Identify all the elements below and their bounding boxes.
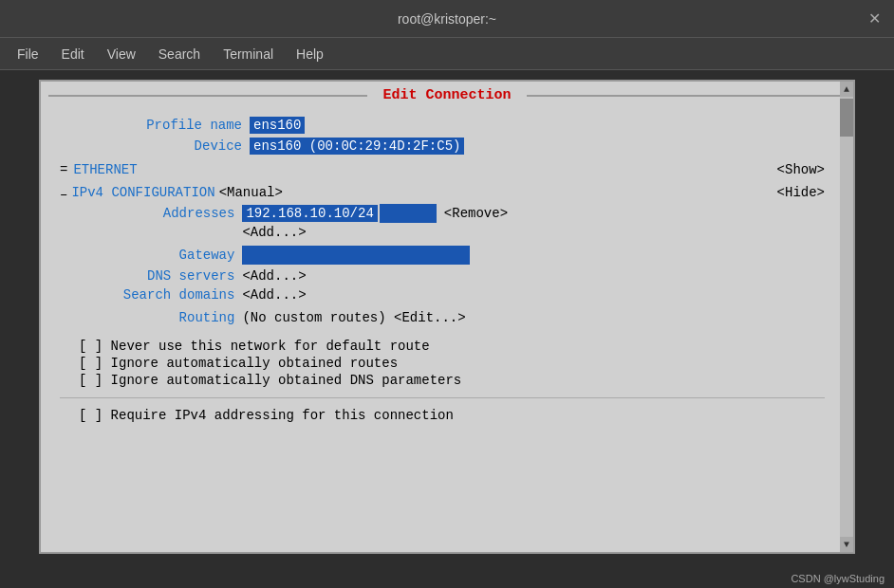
routing-row: Routing (No custom routes) <Edit...> — [71, 310, 825, 325]
ipv4-section: – IPv4 CONFIGURATION <Manual> <Hide> Add… — [60, 185, 825, 333]
window-title: root@kristoper:~ — [398, 11, 496, 27]
scroll-down-arrow[interactable]: ▼ — [840, 537, 853, 552]
remove-btn[interactable]: <Remove> — [444, 206, 508, 221]
ipv4-mode[interactable]: <Manual> — [219, 185, 283, 200]
routing-label: Routing — [71, 310, 242, 325]
ipv4-marker: – — [60, 187, 67, 202]
dns-label: DNS servers — [71, 268, 242, 284]
ethernet-section: = ETHERNET <Show> — [60, 162, 825, 177]
gateway-field[interactable] — [242, 246, 470, 265]
search-domains-label: Search domains — [71, 287, 242, 303]
dns-row: DNS servers <Add...> — [71, 268, 825, 284]
require-ipv4-row[interactable]: [ ] Require IPv4 addressing for this con… — [79, 408, 825, 423]
dialog-title: Edit Connection — [375, 87, 518, 103]
profile-name-row: Profile name ens160 — [60, 117, 825, 134]
dns-add-btn[interactable]: <Add...> — [242, 268, 306, 284]
device-row: Device ens160 (00:0C:29:4D:2F:C5) — [60, 138, 825, 155]
gateway-row: Gateway — [71, 246, 825, 265]
title-line-right — [527, 95, 846, 97]
menu-help[interactable]: Help — [287, 43, 333, 65]
addresses-label: Addresses — [71, 206, 242, 221]
ethernet-show-btn[interactable]: <Show> — [777, 162, 825, 177]
ethernet-label: ETHERNET — [73, 162, 137, 177]
scroll-up-arrow[interactable]: ▲ — [840, 82, 853, 97]
menu-bar: File Edit View Search Terminal Help — [0, 38, 894, 70]
scrollbar[interactable]: ▲ ▼ — [840, 82, 853, 552]
gateway-label: Gateway — [71, 248, 242, 263]
menu-view[interactable]: View — [98, 43, 145, 65]
scroll-thumb[interactable] — [840, 99, 853, 137]
ipv4-header-row: IPv4 CONFIGURATION <Manual> <Hide> — [71, 185, 825, 200]
dialog-title-bar: Edit Connection — [41, 82, 853, 109]
address-value[interactable]: 192.168.10.10/24 — [242, 205, 377, 222]
search-domains-row: Search domains <Add...> — [71, 287, 825, 303]
routing-value[interactable]: (No custom routes) <Edit...> — [242, 310, 465, 325]
checkbox-row-2[interactable]: [ ] Ignore automatically obtained routes — [79, 356, 825, 371]
terminal-area: Edit Connection ▲ ▼ Profile name ens160 … — [0, 70, 894, 588]
menu-file[interactable]: File — [8, 43, 48, 65]
title-line-left — [48, 95, 367, 97]
add-btn[interactable]: <Add...> — [242, 225, 306, 240]
search-domains-add-btn[interactable]: <Add...> — [242, 287, 306, 303]
title-bar: root@kristoper:~ ✕ — [0, 0, 894, 38]
section-divider — [60, 397, 825, 398]
watermark: CSDN @lywStuding — [791, 573, 885, 584]
checkbox-2-text: [ ] Ignore automatically obtained routes — [79, 356, 398, 371]
menu-edit[interactable]: Edit — [52, 43, 94, 65]
edit-connection-dialog: Edit Connection ▲ ▼ Profile name ens160 … — [39, 80, 855, 554]
close-button[interactable]: ✕ — [866, 10, 883, 28]
device-value[interactable]: ens160 (00:0C:29:4D:2F:C5) — [250, 138, 464, 155]
ethernet-marker: = — [60, 162, 67, 177]
require-ipv4-text: [ ] Require IPv4 addressing for this con… — [79, 408, 454, 423]
checkbox-row-3[interactable]: [ ] Ignore automatically obtained DNS pa… — [79, 373, 825, 388]
checkbox-row-1[interactable]: [ ] Never use this network for default r… — [79, 339, 825, 354]
checkbox-3-text: [ ] Ignore automatically obtained DNS pa… — [79, 373, 461, 388]
profile-name-label: Profile name — [60, 118, 250, 133]
addresses-row: Addresses 192.168.10.10/24 <Remove> — [71, 204, 825, 223]
add-row: <Add...> — [71, 225, 825, 240]
profile-name-value[interactable]: ens160 — [250, 117, 305, 134]
address-extra-field[interactable] — [380, 204, 437, 223]
checkbox-1-text: [ ] Never use this network for default r… — [79, 339, 430, 354]
ipv4-content: IPv4 CONFIGURATION <Manual> <Hide> Addre… — [71, 185, 825, 333]
ipv4-label: IPv4 CONFIGURATION — [71, 185, 214, 200]
device-label: Device — [60, 138, 250, 154]
ipv4-hide-btn[interactable]: <Hide> — [777, 185, 825, 200]
menu-search[interactable]: Search — [149, 43, 210, 65]
dialog-content: Profile name ens160 Device ens160 (00:0C… — [41, 109, 853, 432]
menu-terminal[interactable]: Terminal — [214, 43, 283, 65]
